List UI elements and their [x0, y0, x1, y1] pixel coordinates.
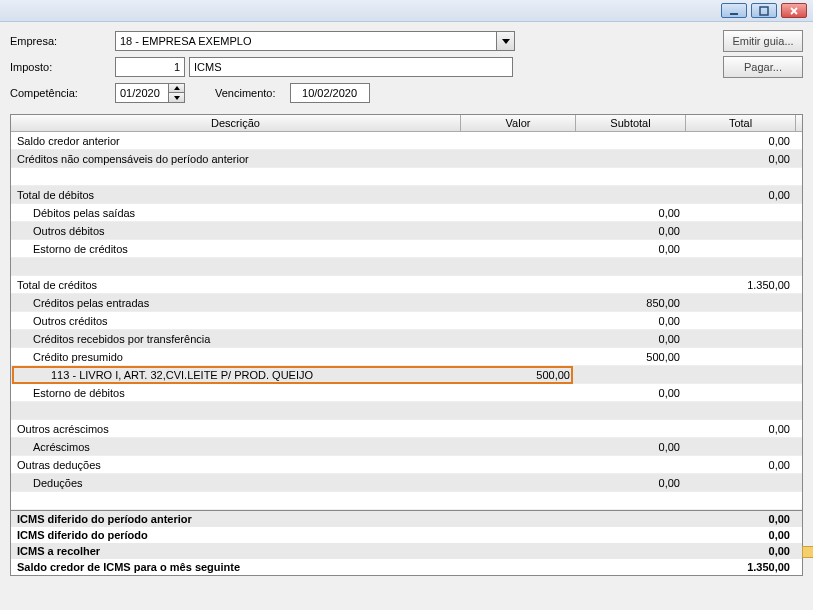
table-row[interactable] [11, 402, 802, 420]
footer-val: 1.350,00 [686, 561, 796, 573]
cell-descricao: Total de débitos [11, 189, 461, 201]
cell-total: 0,00 [686, 135, 796, 147]
table-row[interactable]: Outros créditos0,00 [11, 312, 802, 330]
footer-desc: ICMS a recolher [11, 545, 686, 557]
table-row[interactable]: Total de créditos1.350,00 [11, 276, 802, 294]
close-button[interactable] [781, 3, 807, 18]
table-row[interactable]: Créditos pelas entradas850,00 [11, 294, 802, 312]
pagar-button[interactable]: Pagar... [723, 56, 803, 78]
footer-summary: ICMS diferido do período anterior0,00ICM… [10, 511, 803, 576]
close-icon [789, 6, 799, 16]
table-row[interactable]: Créditos recebidos por transferência0,00 [11, 330, 802, 348]
table-row[interactable]: Outros acréscimos0,00 [11, 420, 802, 438]
cell-total: 0,00 [686, 459, 796, 471]
table-row[interactable]: Acréscimos0,00 [11, 438, 802, 456]
imposto-name-input[interactable]: ICMS [189, 57, 513, 77]
cell-total: 0,00 [686, 153, 796, 165]
cell-subtotal: 0,00 [576, 315, 686, 327]
footer-desc: Saldo credor de ICMS para o mês seguinte [11, 561, 686, 573]
cell-descricao: 113 - LIVRO I, ART. 32,CVI.LEITE P/ PROD… [11, 369, 461, 381]
cell-total: 0,00 [686, 423, 796, 435]
table-row[interactable]: Estorno de débitos0,00 [11, 384, 802, 402]
cell-descricao: Crédito presumido [11, 351, 461, 363]
table-row[interactable]: Deduções0,00 [11, 474, 802, 492]
cell-descricao: Deduções [11, 477, 461, 489]
table-row[interactable]: 113 - LIVRO I, ART. 32,CVI.LEITE P/ PROD… [11, 366, 802, 384]
vencimento-input[interactable]: 10/02/2020 [290, 83, 370, 103]
col-descricao: Descrição [11, 115, 461, 131]
table-row[interactable]: Crédito presumido500,00 [11, 348, 802, 366]
table-row[interactable] [11, 168, 802, 186]
table-row[interactable]: Estorno de créditos0,00 [11, 240, 802, 258]
cell-descricao: Outras deduções [11, 459, 461, 471]
empresa-label: Empresa: [10, 35, 115, 47]
col-subtotal: Subtotal [576, 115, 686, 131]
svg-rect-0 [730, 13, 738, 15]
cell-descricao: Débitos pelas saídas [11, 207, 461, 219]
spinner-up-icon[interactable] [169, 84, 184, 93]
cell-descricao: Estorno de débitos [11, 387, 461, 399]
minimize-icon [729, 6, 739, 16]
cell-descricao: Saldo credor anterior [11, 135, 461, 147]
cell-descricao: Créditos recebidos por transferência [11, 333, 461, 345]
competencia-value: 01/2020 [116, 87, 168, 99]
cell-subtotal: 0,00 [576, 477, 686, 489]
cell-subtotal: 0,00 [576, 441, 686, 453]
chevron-down-icon [496, 32, 514, 50]
col-total: Total [686, 115, 796, 131]
competencia-spinner[interactable]: 01/2020 [115, 83, 185, 103]
cell-subtotal: 0,00 [576, 207, 686, 219]
cell-total: 0,00 [686, 189, 796, 201]
footer-desc: ICMS diferido do período anterior [11, 513, 686, 525]
cell-subtotal: 0,00 [576, 243, 686, 255]
competencia-label: Competência: [10, 87, 115, 99]
table-row[interactable] [11, 258, 802, 276]
maximize-button[interactable] [751, 3, 777, 18]
footer-row: ICMS diferido do período0,00 [11, 527, 802, 543]
cell-descricao: Acréscimos [11, 441, 461, 453]
cell-subtotal: 0,00 [576, 333, 686, 345]
minimize-button[interactable] [721, 3, 747, 18]
imposto-label: Imposto: [10, 61, 115, 73]
apuracao-grid[interactable]: Descrição Valor Subtotal Total Saldo cre… [10, 114, 803, 511]
cell-subtotal: 500,00 [576, 351, 686, 363]
table-row[interactable]: Outras deduções0,00 [11, 456, 802, 474]
col-scroll [796, 115, 813, 131]
footer-row: ICMS diferido do período anterior0,00 [11, 511, 802, 527]
cell-subtotal: 0,00 [576, 225, 686, 237]
cell-descricao: Outros débitos [11, 225, 461, 237]
cell-descricao: Créditos pelas entradas [11, 297, 461, 309]
footer-row: Saldo credor de ICMS para o mês seguinte… [11, 559, 802, 575]
cell-descricao: Total de créditos [11, 279, 461, 291]
table-row[interactable]: Débitos pelas saídas0,00 [11, 204, 802, 222]
footer-val: 0,00 [686, 529, 796, 541]
footer-val: 0,00 [686, 545, 796, 557]
cell-descricao: Estorno de créditos [11, 243, 461, 255]
table-row[interactable]: Créditos não compensáveis do período ant… [11, 150, 802, 168]
grid-header: Descrição Valor Subtotal Total [11, 115, 802, 132]
table-row[interactable]: Outros débitos0,00 [11, 222, 802, 240]
cell-descricao: Outros créditos [11, 315, 461, 327]
imposto-code-input[interactable]: 1 [115, 57, 185, 77]
footer-val: 0,00 [686, 513, 796, 525]
maximize-icon [759, 6, 769, 16]
footer-row: ICMS a recolher0,00 [11, 543, 802, 559]
emitir-guia-button[interactable]: Emitir guia... [723, 30, 803, 52]
cell-descricao: Créditos não compensáveis do período ant… [11, 153, 461, 165]
note-marker-icon[interactable] [802, 546, 813, 558]
cell-subtotal: 850,00 [576, 297, 686, 309]
cell-subtotal: 0,00 [576, 387, 686, 399]
cell-descricao: Outros acréscimos [11, 423, 461, 435]
cell-valor: 500,00 [461, 369, 576, 381]
col-valor: Valor [461, 115, 576, 131]
footer-desc: ICMS diferido do período [11, 529, 686, 541]
empresa-combo[interactable]: 18 - EMPRESA EXEMPLO [115, 31, 515, 51]
vencimento-label: Vencimento: [215, 87, 276, 99]
table-row[interactable]: Total de débitos0,00 [11, 186, 802, 204]
cell-total: 1.350,00 [686, 279, 796, 291]
table-row[interactable] [11, 492, 802, 510]
table-row[interactable]: Saldo credor anterior0,00 [11, 132, 802, 150]
svg-rect-1 [760, 7, 768, 15]
spinner-down-icon[interactable] [169, 93, 184, 102]
empresa-value: 18 - EMPRESA EXEMPLO [116, 35, 496, 47]
